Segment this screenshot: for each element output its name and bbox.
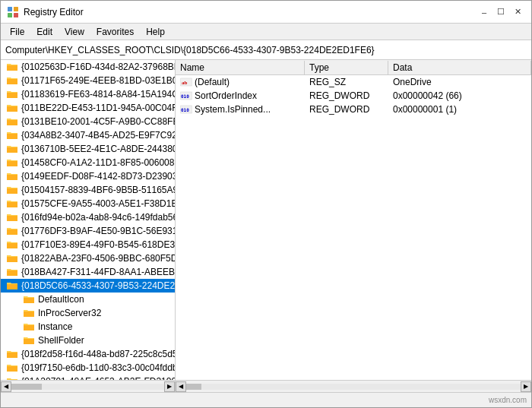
status-bar: wsxdn.com (1, 392, 531, 407)
tree-item-label: {018D5C66-4533-4307-9B53-224DE2ED1FE6} (21, 280, 176, 291)
folder-icon (7, 89, 17, 100)
tree-item-label: {01171F65-249E-4EEB-81BD-03E1B0FA1873} (21, 75, 176, 86)
tree-item[interactable]: {034A8B2-3407-4B45-AD25-E9F7C92A80BC} (1, 128, 175, 142)
folder-icon (7, 157, 17, 168)
tree-item-label: {017F10E3-89E4-49F0-B545-618DE31FD27C} (21, 239, 176, 250)
window-controls: – ☐ ✕ (477, 5, 525, 20)
folder-icon (24, 294, 34, 305)
tree-item[interactable]: {018BA427-F311-44FD-8AA1-ABEEB57739D9} (1, 265, 175, 279)
tree-item[interactable]: {018D5C66-4533-4307-9B53-224DE2ED1FE6} (1, 279, 175, 293)
folder-icon (7, 239, 17, 250)
svg-rect-2 (8, 13, 12, 17)
tree-item[interactable]: Instance (1, 320, 175, 334)
registry-values: Name Type Data ab (Default)REG_SZOneDriv… (176, 60, 531, 380)
svg-rect-0 (8, 7, 12, 11)
folder-icon (7, 62, 17, 72)
tree-item-label: {011BE22D-E453-11D1-945A-00C04FB984F9} (21, 103, 176, 113)
reg-value-icon: 010 (180, 104, 192, 115)
tree-item-label: {01458CF0-A1A2-11D1-8F85-00600895E7D5} (21, 157, 176, 168)
registry-tree[interactable]: {0102563D-F16D-434d-82A2-37968BD3E31E} {… (1, 60, 176, 380)
tree-item-label: {01575CFE-9A55-4003-A5E1-F38D1EBDCBE1} (21, 198, 176, 209)
menu-view[interactable]: View (59, 25, 90, 39)
col-header-data[interactable]: Data (388, 61, 531, 74)
tree-item[interactable]: {018f2d58-f16d-448a-bd87-225c8c5d5c94} (1, 347, 175, 361)
tree-item[interactable]: ShellFolder (1, 334, 175, 347)
scrollbar-right-btn2[interactable]: ▶ (521, 381, 531, 392)
main-content: {0102563D-F16D-434d-82A2-37968BD3E31E} {… (1, 60, 531, 380)
col-header-type[interactable]: Type (305, 61, 388, 74)
cell-name: 010 System.IsPinned... (176, 103, 305, 115)
cell-data: 0x00000001 (1) (388, 103, 531, 115)
tree-item-label: {01183619-FE63-4814-8A84-15A194CE9CE3} (21, 89, 176, 100)
close-button[interactable]: ✕ (510, 5, 525, 20)
tree-item[interactable]: {011BE22D-E453-11D1-945A-00C04FB984F9} (1, 101, 175, 115)
folder-icon (7, 226, 17, 236)
menu-bar: File Edit View Favorites Help (1, 24, 531, 40)
address-bar: Computer\HKEY_CLASSES_ROOT\CLSID\{018D5C… (1, 40, 531, 60)
folder-icon (7, 212, 17, 223)
folder-icon (24, 335, 34, 346)
tree-item[interactable]: {01171F65-249E-4EEB-81BD-03E1B0FA1873} (1, 74, 175, 87)
menu-file[interactable]: File (4, 25, 30, 39)
svg-text:010: 010 (181, 93, 189, 99)
tree-item-label: {018f2d58-f16d-448a-bd87-225c8c5d5c94} (21, 349, 176, 359)
folder-icon (7, 253, 17, 264)
cell-data: 0x00000042 (66) (388, 90, 531, 102)
tree-item[interactable]: {01575CFE-9A55-4003-A5E1-F38D1EBDCBE1} (1, 197, 175, 210)
scrollbar-left-btn[interactable]: ◀ (1, 381, 11, 392)
minimize-button[interactable]: – (477, 5, 492, 20)
bottom-scrollbar-bar: ◀ ▶ ◀ ▶ (1, 380, 531, 392)
tree-item[interactable]: {016fd94e-b02a-4ab8-94c6-149fdab56b8d} (1, 210, 175, 224)
svg-rect-3 (14, 13, 18, 17)
table-row[interactable]: 010 SortOrderIndexREG_DWORD0x00000042 (6… (176, 89, 531, 103)
tree-item[interactable]: {01776DF3-B9AF-4E50-9B1C-56E93116D704} (1, 224, 175, 238)
tree-item-label: {0131BE10-2001-4C5F-A9B0-CC88FB64CE8} (21, 116, 176, 127)
scrollbar-left-btn2[interactable]: ◀ (176, 381, 186, 392)
scrollbar-track-h[interactable] (11, 384, 164, 390)
menu-edit[interactable]: Edit (30, 25, 59, 39)
tree-item[interactable]: {01504157-8839-4BF6-9B5B-51165A967B2B} (1, 183, 175, 197)
tree-item[interactable]: {0149EEDF-D08F-4142-8D73-D23903D21E90} (1, 169, 175, 183)
tree-item-label: {0136710B-5EE2-4E1C-A8DE-24438065ABC9} (21, 144, 176, 154)
tree-item[interactable]: InProcServer32 (1, 306, 175, 320)
scrollbar-right-btn[interactable]: ▶ (164, 381, 175, 392)
maximize-button[interactable]: ☐ (493, 5, 508, 20)
cell-name-text: SortOrderIndex (195, 90, 257, 101)
scrollbar-track-h2[interactable] (186, 384, 521, 390)
table-row[interactable]: ab (Default)REG_SZOneDrive (176, 75, 531, 89)
tree-item[interactable]: {0102563D-F16D-434d-82A2-37968BD3E31E} (1, 60, 175, 74)
folder-icon (7, 349, 17, 359)
menu-help[interactable]: Help (140, 25, 171, 39)
title-bar-left: Registry Editor (7, 6, 84, 18)
address-path[interactable]: Computer\HKEY_CLASSES_ROOT\CLSID\{018D5C… (5, 45, 375, 55)
cell-data: OneDrive (388, 76, 531, 88)
svg-text:010: 010 (181, 107, 189, 112)
col-header-name[interactable]: Name (176, 61, 305, 74)
app-icon (7, 6, 19, 18)
tree-item-label: {0102563D-F16D-434d-82A2-37968BD3E31E} (21, 62, 176, 72)
folder-icon (7, 267, 17, 277)
tree-item[interactable]: {017F10E3-89E4-49F0-B545-618DE31FD27C} (1, 238, 175, 251)
scrollbar-thumb-h[interactable] (11, 384, 42, 390)
tree-item-label: InProcServer32 (38, 308, 101, 318)
tree-item[interactable]: {01A30791-40AE-4653-AB2E-FD210019AE88} (1, 375, 175, 380)
tree-item[interactable]: {01822ABA-23F0-4506-9BBC-680F5D6D606C} (1, 251, 175, 265)
table-header: Name Type Data (176, 60, 531, 75)
menu-favorites[interactable]: Favorites (90, 25, 140, 39)
table-row[interactable]: 010 System.IsPinned...REG_DWORD0x0000000… (176, 103, 531, 116)
scrollbar-thumb-h2[interactable] (186, 384, 201, 390)
tree-item[interactable]: {0131BE10-2001-4C5F-A9B0-CC88FB64CE8} (1, 115, 175, 128)
tree-item[interactable]: DefaultIcon (1, 293, 175, 306)
tree-item[interactable]: {01183619-FE63-4814-8A84-15A194CE9CE3} (1, 87, 175, 101)
tree-item[interactable]: {019f7150-e6db-11d0-83c3-00c04fddb82e} (1, 361, 175, 375)
watermark: wsxdn.com (489, 396, 527, 404)
tree-item[interactable]: {0136710B-5EE2-4E1C-A8DE-24438065ABC9} (1, 142, 175, 156)
title-bar: Registry Editor – ☐ ✕ (1, 1, 531, 24)
folder-icon (7, 75, 17, 86)
cell-type: REG_DWORD (305, 90, 388, 102)
tree-item-label: {019f7150-e6db-11d0-83c3-00c04fddb82e} (21, 362, 176, 373)
folder-icon (7, 103, 17, 113)
tree-item[interactable]: {01458CF0-A1A2-11D1-8F85-00600895E7D5} (1, 156, 175, 169)
tree-item-label: {0149EEDF-D08F-4142-8D73-D23903D21E90} (21, 171, 176, 182)
cell-type: REG_DWORD (305, 103, 388, 115)
